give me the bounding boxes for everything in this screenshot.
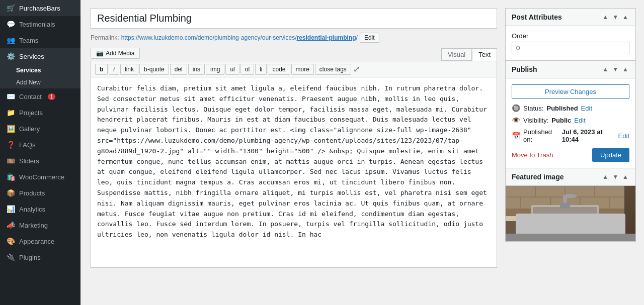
publish-controls: ▲ ▼ ▲ <box>601 65 629 74</box>
featured-image-toggle[interactable]: ▲ <box>621 172 629 181</box>
permalink-row: Permalink: https://www.luzukdemo.com/dem… <box>91 33 497 43</box>
featured-image-down[interactable]: ▼ <box>611 172 619 181</box>
sidebar-item-label: Teams <box>19 37 38 44</box>
sidebar-item-services[interactable]: ⚙️ Services <box>0 48 80 64</box>
permalink-edit-button[interactable]: Edit <box>360 33 379 43</box>
format-li[interactable]: li <box>255 64 267 75</box>
projects-icon: 📁 <box>6 109 15 117</box>
visibility-label: Visibility: <box>523 117 548 124</box>
marketing-icon: 📣 <box>6 221 15 229</box>
visual-text-tabs: Visual Text <box>441 48 497 61</box>
add-media-button[interactable]: 📷 Add Media <box>91 48 140 59</box>
visibility-value: Public <box>551 117 571 124</box>
featured-image-box: Featured image ▲ ▼ ▲ <box>505 168 636 242</box>
sidebar-item-sliders[interactable]: 🎞️ Sliders <box>0 153 80 169</box>
permalink-label: Permalink: <box>91 34 119 41</box>
sidebar-item-purchase-bars[interactable]: 🛒 PurchaseBars <box>0 0 80 16</box>
order-label: Order <box>512 32 629 40</box>
sidebar-item-plugins[interactable]: 🔌 Plugins <box>0 249 80 265</box>
expand-editor-button[interactable]: ⤢ <box>352 63 361 75</box>
tab-visual[interactable]: Visual <box>441 48 472 61</box>
format-italic[interactable]: i <box>109 64 119 75</box>
format-link[interactable]: link <box>120 64 138 75</box>
sidebar-item-testimonials[interactable]: 💬 Testimonials <box>0 16 80 32</box>
visibility-edit-link[interactable]: Edit <box>574 117 585 124</box>
sidebar-item-woocommerce[interactable]: 🛍️ WooCommerce <box>0 169 80 185</box>
featured-image-thumbnail[interactable] <box>506 186 635 241</box>
format-bquote[interactable]: b-quote <box>139 64 169 75</box>
editor-toolbar: b i link b-quote del ins img ul ol li co… <box>91 61 497 77</box>
format-code[interactable]: code <box>268 64 290 75</box>
sidebar-item-products[interactable]: 📦 Products <box>0 185 80 201</box>
contact-icon: ✉️ <box>6 92 15 100</box>
post-attributes-box: Post Attributes ▲ ▼ ▲ Order <box>505 8 636 61</box>
sidebar-item-label: Contact <box>19 93 42 100</box>
sidebar-item-appearance[interactable]: 🎨 Appearance <box>0 233 80 249</box>
sidebar-item-gallery[interactable]: 🖼️ Gallery <box>0 121 80 137</box>
main-content: Permalink: https://www.luzukdemo.com/dem… <box>80 0 644 305</box>
sidebar-item-label: Analytics <box>19 206 45 213</box>
sidebar-item-faqs[interactable]: ❓ FAQs <box>0 137 80 153</box>
format-img[interactable]: img <box>206 64 224 75</box>
permalink-slug: residential-plumbing <box>297 34 356 41</box>
published-label: Published on: <box>523 128 559 143</box>
format-ol[interactable]: ol <box>240 64 254 75</box>
status-value: Published <box>546 105 578 112</box>
format-bold[interactable]: b <box>95 64 108 75</box>
sidebar-item-projects[interactable]: 📁 Projects <box>0 105 80 121</box>
publish-date-row: 📅 Published on: Jul 6, 2023 at 10:44 Edi… <box>512 128 629 143</box>
sidebar-item-teams[interactable]: 👥 Teams <box>0 32 80 48</box>
products-icon: 📦 <box>6 189 15 197</box>
update-button[interactable]: Update <box>592 148 629 162</box>
post-attributes-header: Post Attributes ▲ ▼ ▲ <box>506 9 635 26</box>
published-edit-link[interactable]: Edit <box>618 132 629 140</box>
tab-text[interactable]: Text <box>472 48 497 61</box>
order-input[interactable] <box>512 42 629 54</box>
featured-image-up[interactable]: ▲ <box>601 172 609 181</box>
post-attributes-up[interactable]: ▲ <box>601 13 609 22</box>
post-attributes-body: Order <box>506 26 635 60</box>
post-attributes-controls: ▲ ▼ ▲ <box>601 13 629 22</box>
format-del[interactable]: del <box>170 64 187 75</box>
move-trash-link[interactable]: Move to Trash <box>512 151 553 159</box>
post-attributes-title: Post Attributes <box>512 13 562 21</box>
featured-image-controls: ▲ ▼ ▲ <box>601 172 629 181</box>
post-title-input[interactable] <box>91 8 497 29</box>
format-ins[interactable]: ins <box>188 64 205 75</box>
editor-content[interactable]: Curabitur felis diam, pretium sit amet l… <box>91 77 497 268</box>
post-attributes-toggle[interactable]: ▲ <box>621 13 629 22</box>
publish-up[interactable]: ▲ <box>601 65 609 74</box>
format-ul[interactable]: ul <box>225 64 239 75</box>
sidebar-sub-services[interactable]: Services <box>0 64 80 76</box>
published-value: Jul 6, 2023 at 10:44 <box>562 128 615 143</box>
sidebar-item-label: PurchaseBars <box>19 5 60 12</box>
preview-changes-button[interactable]: Preview Changes <box>512 84 629 99</box>
teams-icon: 👥 <box>6 36 15 44</box>
sidebar-item-label: Appearance <box>19 238 54 245</box>
sidebar-item-label: Marketing <box>19 222 48 229</box>
format-more[interactable]: more <box>291 64 314 75</box>
post-attributes-down[interactable]: ▼ <box>611 13 619 22</box>
status-edit-link[interactable]: Edit <box>581 105 592 112</box>
sidebar-item-label: Products <box>19 189 45 197</box>
publish-toggle[interactable]: ▲ <box>621 65 629 74</box>
svg-rect-10 <box>506 216 624 221</box>
right-sidebar: Post Attributes ▲ ▼ ▲ Order Publish ▲ ▼ … <box>505 8 636 297</box>
calendar-icon: 📅 <box>512 132 520 140</box>
publish-actions: Move to Trash Update <box>512 148 629 162</box>
sidebar-item-label: Gallery <box>19 125 40 133</box>
status-label: Status: <box>523 105 543 112</box>
sidebar-item-marketing[interactable]: 📣 Marketing <box>0 217 80 233</box>
publish-box: Publish ▲ ▼ ▲ Preview Changes 🔘 Status: … <box>505 61 636 168</box>
publish-down[interactable]: ▼ <box>611 65 619 74</box>
sidebar-item-label: Projects <box>19 109 43 117</box>
sidebar-sub-add-new[interactable]: Add New <box>0 76 80 88</box>
featured-image-title: Featured image <box>512 173 564 181</box>
sidebar-services-submenu: Services Add New <box>0 64 80 88</box>
format-close-tags[interactable]: close tags <box>315 64 351 75</box>
sidebar-item-analytics[interactable]: 📊 Analytics <box>0 201 80 217</box>
permalink-link[interactable]: https://www.luzukdemo.com/demo/plumbing-… <box>121 34 358 41</box>
sidebar-item-contact[interactable]: ✉️ Contact 1 <box>0 88 80 105</box>
editor-area: Permalink: https://www.luzukdemo.com/dem… <box>91 8 497 297</box>
sidebar-item-label: Sliders <box>19 157 39 165</box>
